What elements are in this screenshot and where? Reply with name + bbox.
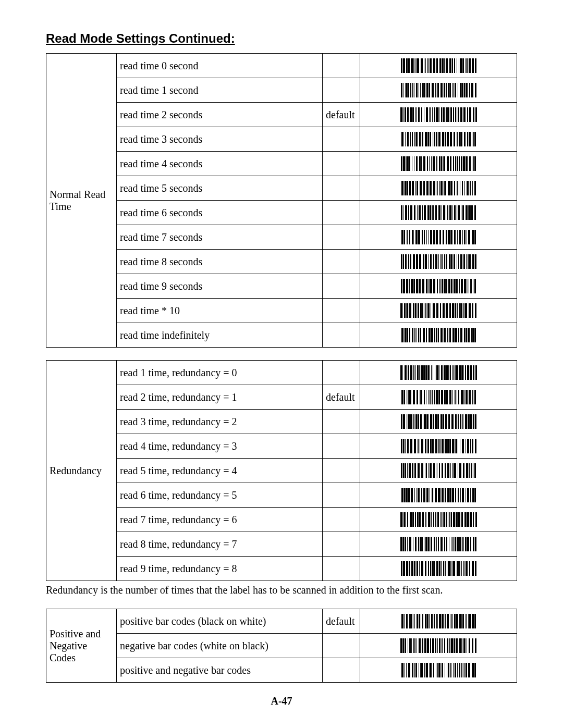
setting-description: positive bar codes (black on white) (117, 609, 323, 634)
setting-description: read 7 time, redundancy = 6 (117, 508, 323, 532)
setting-description: read time 3 seconds (117, 127, 323, 152)
barcode (401, 614, 476, 628)
barcode-cell (360, 323, 517, 348)
default-marker (323, 54, 360, 78)
settings-table: Normal Read Timeread time 0 secondread t… (46, 53, 517, 348)
barcode-cell (360, 361, 517, 385)
table-row: read time 4 seconds (46, 152, 517, 176)
table-row: read time 2 secondsdefault (46, 103, 517, 127)
barcode (400, 512, 477, 527)
default-marker (323, 299, 360, 323)
barcode (401, 390, 476, 404)
group-label: Positive and Negative Codes (46, 609, 117, 683)
setting-description: read time 7 seconds (117, 225, 323, 250)
table-row: read time 8 seconds (46, 250, 517, 274)
table-row: read 8 time, redundancy = 7 (46, 532, 517, 557)
table-row: Redundancyread 1 time, redundancy = 0 (46, 361, 517, 385)
page-number: A-47 (0, 695, 563, 707)
barcode (401, 254, 476, 269)
barcode (401, 58, 476, 73)
barcode-cell (360, 634, 517, 658)
settings-table: Redundancyread 1 time, redundancy = 0rea… (46, 360, 517, 581)
table-row: read 4 time, redundancy = 3 (46, 434, 517, 459)
setting-description: read time 8 seconds (117, 250, 323, 274)
group-label: Normal Read Time (46, 54, 117, 348)
default-marker (323, 225, 360, 250)
barcode-cell (360, 410, 517, 434)
table-row: read 9 time, redundancy = 8 (46, 557, 517, 581)
barcode (401, 156, 476, 171)
default-marker (323, 557, 360, 581)
setting-description: read 6 time, redundancy = 5 (117, 483, 323, 508)
default-marker (323, 508, 360, 532)
barcode-cell (360, 54, 517, 78)
setting-description: read 4 time, redundancy = 3 (117, 434, 323, 459)
barcode-cell (360, 434, 517, 459)
barcode-cell (360, 201, 517, 225)
group-label: Redundancy (46, 361, 117, 581)
page-title: Read Mode Settings Continued: (46, 31, 517, 46)
barcode (401, 463, 476, 478)
barcode (400, 537, 476, 551)
table-row: read time * 10 (46, 299, 517, 323)
barcode (401, 439, 476, 453)
default-marker (323, 250, 360, 274)
barcode-cell (360, 459, 517, 483)
barcode-cell (360, 274, 517, 299)
barcode (400, 303, 476, 318)
default-marker (323, 176, 360, 201)
barcode (401, 279, 476, 293)
table-row: read 7 time, redundancy = 6 (46, 508, 517, 532)
barcode-cell (360, 658, 517, 683)
setting-description: read time 6 seconds (117, 201, 323, 225)
default-marker (323, 483, 360, 508)
default-marker (323, 459, 360, 483)
barcode-cell (360, 609, 517, 634)
barcode (401, 230, 476, 244)
barcode (401, 328, 476, 342)
table-row: read 6 time, redundancy = 5 (46, 483, 517, 508)
barcode-cell (360, 78, 517, 103)
barcode-cell (360, 532, 517, 557)
barcode-cell (360, 152, 517, 176)
barcode (400, 365, 477, 380)
setting-description: read 9 time, redundancy = 8 (117, 557, 323, 581)
barcode (401, 181, 476, 195)
barcode (401, 663, 476, 677)
barcode-cell (360, 385, 517, 410)
barcode (401, 132, 476, 146)
barcode-cell (360, 557, 517, 581)
default-marker (323, 127, 360, 152)
table-row: read 3 time, redundancy = 2 (46, 410, 517, 434)
table-row: negative bar codes (white on black) (46, 634, 517, 658)
barcode-cell (360, 299, 517, 323)
barcode-cell (360, 483, 517, 508)
table-row: read time 7 seconds (46, 225, 517, 250)
barcode-cell (360, 225, 517, 250)
setting-description: read 5 time, redundancy = 4 (117, 459, 323, 483)
table-row: read time 1 second (46, 78, 517, 103)
setting-description: read time 2 seconds (117, 103, 323, 127)
table-row: read time 3 seconds (46, 127, 517, 152)
setting-description: read time 5 seconds (117, 176, 323, 201)
table-row: Positive and Negative Codespositive bar … (46, 609, 517, 634)
table-row: read time 5 seconds (46, 176, 517, 201)
default-marker (323, 434, 360, 459)
default-marker (323, 361, 360, 385)
setting-description: negative bar codes (white on black) (117, 634, 323, 658)
barcode-cell (360, 176, 517, 201)
barcode (401, 414, 476, 429)
setting-description: read 8 time, redundancy = 7 (117, 532, 323, 557)
default-marker (323, 634, 360, 658)
barcode-cell (360, 103, 517, 127)
setting-description: read 2 time, redundancy = 1 (117, 385, 323, 410)
tables-host: Normal Read Timeread time 0 secondread t… (46, 53, 517, 683)
settings-table: Positive and Negative Codespositive bar … (46, 609, 517, 683)
setting-description: read 1 time, redundancy = 0 (117, 361, 323, 385)
barcode (400, 107, 477, 122)
setting-description: positive and negative bar codes (117, 658, 323, 683)
table-row: read time 9 seconds (46, 274, 517, 299)
default-marker: default (323, 609, 360, 634)
table-row: read time indefinitely (46, 323, 517, 348)
barcode (400, 638, 476, 653)
